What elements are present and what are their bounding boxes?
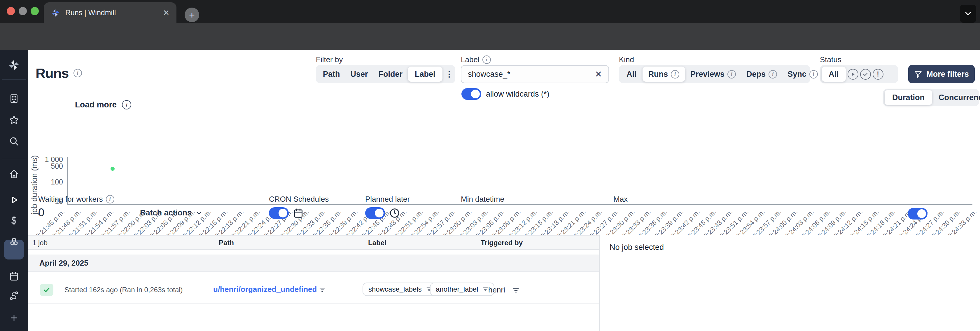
cron-schedules-toggle[interactable] — [269, 207, 289, 219]
sidebar-item-resources[interactable] — [0, 237, 28, 248]
info-icon[interactable] — [482, 56, 491, 64]
info-icon[interactable] — [73, 69, 82, 77]
column-triggered-by: Triggered by — [480, 239, 523, 247]
tab-title: Runs | Windmill — [65, 8, 163, 17]
sidebar-item-workspace[interactable] — [0, 93, 28, 104]
browser-tab[interactable]: Runs | Windmill ✕ — [44, 2, 177, 23]
dollar-icon — [9, 216, 19, 226]
clock-icon[interactable] — [389, 208, 400, 219]
job-label-pill[interactable]: another_label — [430, 283, 495, 296]
job-label-pill[interactable]: showcase_labels — [363, 283, 438, 296]
allow-wildcards-label: allow wildcards (*) — [486, 90, 549, 99]
column-label: Label — [368, 239, 387, 247]
kind-option-sync[interactable]: Sync — [782, 67, 823, 82]
sidebar-item-favorites[interactable] — [0, 115, 28, 125]
success-status-chip — [40, 284, 53, 296]
job-detail-panel: No job selected — [599, 235, 980, 331]
table-row[interactable]: Started 162s ago (Ran in 0,263s total) u… — [28, 272, 599, 304]
filter-lines-icon[interactable] — [482, 286, 488, 293]
sidebar-item-variables[interactable] — [0, 216, 28, 226]
tab-search-button[interactable] — [960, 5, 976, 23]
window-close-button[interactable] — [7, 7, 15, 15]
planned-later-toggle[interactable] — [365, 207, 385, 219]
windmill-logo[interactable] — [0, 59, 28, 72]
tab-close-icon[interactable]: ✕ — [163, 8, 169, 18]
chevron-down-icon — [195, 209, 203, 217]
sidebar-item-flows[interactable] — [0, 290, 28, 301]
label-filter-input[interactable]: showcase_* ✕ — [461, 65, 609, 83]
browser-tab-strip: Runs | Windmill ✕ + — [0, 0, 980, 23]
filter-by-option-user[interactable]: User — [345, 67, 373, 82]
sidebar-item-home[interactable] — [0, 169, 28, 179]
sidebar-item-schedules[interactable] — [0, 271, 28, 281]
status-option-failure-icon[interactable]: ! — [873, 69, 883, 80]
kind-option-runs-text: Runs — [648, 70, 668, 79]
route-icon — [9, 290, 19, 301]
min-datetime-label: Min datetime — [461, 195, 504, 204]
filter-lines-icon[interactable] — [318, 286, 326, 294]
load-more-button[interactable]: Load more — [75, 100, 131, 109]
max-datetime-label: Max — [613, 195, 628, 204]
window-zoom-button[interactable] — [30, 7, 39, 15]
waiting-for-workers-label: Waiting for workers — [38, 195, 115, 204]
filter-lines-icon[interactable] — [512, 287, 520, 294]
job-path-link[interactable]: u/henri/organized_undefined — [213, 285, 317, 294]
filter-by-option-label[interactable]: Label — [408, 67, 442, 82]
page-title-text: Runs — [36, 65, 69, 81]
screen: Runs | Windmill ✕ + ← → ↻ app.windmill.d… — [0, 0, 980, 331]
sidebar-item-search[interactable] — [0, 136, 28, 147]
sidebar-item-add[interactable] — [0, 313, 28, 323]
status-option-success-icon[interactable] — [860, 69, 871, 80]
auto-refresh-toggle[interactable] — [908, 208, 928, 219]
sidebar-item-runs[interactable] — [0, 194, 28, 205]
label-filter-value: showcase_* — [468, 70, 511, 79]
star-icon — [9, 115, 19, 125]
kind-option-all[interactable]: All — [620, 67, 643, 82]
more-filters-button[interactable]: More filters — [908, 65, 975, 83]
job-label-text: showcase_labels — [368, 285, 422, 293]
boxes-icon — [8, 237, 19, 248]
kind-option-deps[interactable]: Deps — [741, 67, 782, 82]
kind-label: Kind — [619, 55, 634, 64]
job-label-text: another_label — [436, 285, 478, 293]
new-tab-button[interactable]: + — [185, 8, 199, 22]
clear-icon[interactable]: ✕ — [595, 69, 602, 79]
filter-by-option-path[interactable]: Path — [318, 67, 345, 82]
sidebar — [0, 50, 28, 331]
batch-actions-button[interactable]: Batch actions — [140, 208, 203, 217]
label-filter-label: Label — [461, 55, 491, 64]
window-minimize-button[interactable] — [19, 7, 27, 15]
filter-by-option-folder[interactable]: Folder — [373, 67, 408, 82]
filter-by-label: Filter by — [316, 55, 343, 64]
status-label: Status — [820, 55, 842, 64]
info-icon[interactable] — [106, 195, 115, 203]
info-icon — [671, 70, 679, 78]
kind-segment: All Runs Previews Deps Sync — [619, 65, 810, 83]
label-filter-label-text: Label — [461, 55, 479, 64]
filter-by-segment: Path User Folder Label ⋮ — [316, 65, 455, 83]
home-icon — [9, 169, 19, 179]
batch-actions-label: Batch actions — [140, 208, 192, 217]
chevron-down-icon — [964, 10, 972, 18]
chart-point-success[interactable] — [111, 167, 115, 171]
status-option-running-icon[interactable] — [848, 69, 858, 80]
more-filters-label: More filters — [926, 70, 969, 79]
chart-mode-concurrency[interactable]: Concurrency — [932, 90, 980, 105]
info-icon[interactable] — [122, 100, 131, 109]
job-started-text: Started 162s ago (Ran in 0,263s total) — [64, 286, 183, 294]
kind-option-runs[interactable]: Runs — [643, 67, 686, 82]
allow-wildcards-toggle[interactable] — [461, 88, 481, 100]
chart-mode-duration[interactable]: Duration — [885, 90, 932, 105]
main-content: Runs Filter by Path User Folder Label ⋮ … — [28, 50, 980, 331]
date-group-header: April 29, 2025 — [28, 254, 599, 272]
y-tick: 100 — [28, 178, 63, 186]
filter-by-more-icon[interactable]: ⋮ — [442, 67, 456, 82]
y-tick: 500 — [28, 162, 63, 171]
play-icon — [8, 194, 19, 205]
plus-icon — [9, 313, 19, 323]
kind-option-previews[interactable]: Previews — [685, 67, 741, 82]
calendar-icon[interactable] — [293, 208, 304, 219]
info-icon — [810, 70, 818, 78]
windmill-favicon — [51, 8, 60, 18]
status-option-all[interactable]: All — [822, 67, 846, 82]
